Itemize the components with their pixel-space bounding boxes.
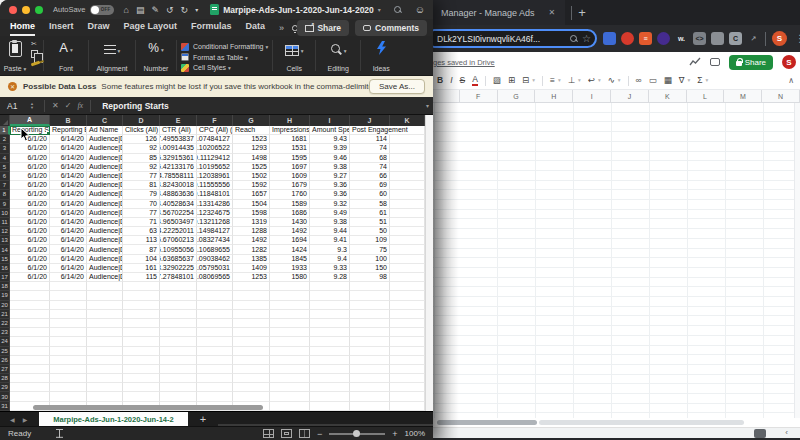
cell[interactable]: 1492 (233, 236, 270, 245)
cell[interactable]: 5.42133176 (160, 163, 197, 172)
cell[interactable]: 1657 (233, 190, 270, 199)
sheets-grid[interactable] (433, 103, 800, 418)
cell[interactable]: 9.46 (310, 154, 350, 163)
cell[interactable] (270, 282, 310, 291)
minimize-window-icon[interactable] (22, 6, 30, 14)
cell[interactable] (270, 310, 310, 319)
column-header-F[interactable]: F (197, 115, 233, 126)
cell[interactable] (390, 135, 425, 144)
cell[interactable] (87, 337, 123, 346)
extension-1-icon[interactable] (603, 32, 616, 45)
cell[interactable] (87, 310, 123, 319)
cell[interactable] (197, 282, 233, 291)
cell[interactable]: 1589 (270, 200, 310, 209)
cell[interactable]: 9.44 (310, 227, 350, 236)
extension-6-icon[interactable]: <> (693, 32, 706, 45)
cell[interactable] (197, 374, 233, 383)
cell[interactable] (87, 392, 123, 401)
cell[interactable] (123, 310, 160, 319)
cell[interactable] (197, 319, 233, 328)
cell[interactable]: 0.08069565 (197, 273, 233, 282)
cell[interactable]: Audience|DC (87, 227, 123, 236)
cell[interactable] (390, 282, 425, 291)
cell[interactable]: 9.38 (310, 218, 350, 227)
cell[interactable]: 1504 (233, 200, 270, 209)
cell[interactable]: 5.32915361 (160, 154, 197, 163)
cell[interactable]: Impressions (270, 126, 310, 135)
conditional-formatting-button[interactable]: Conditional Formatting (181, 43, 268, 51)
cell[interactable]: 6/14/20 (50, 227, 87, 236)
cell[interactable]: 66 (350, 172, 390, 181)
row-header-25[interactable]: 25 (0, 347, 10, 356)
cell[interactable] (123, 282, 160, 291)
cell[interactable]: 61 (350, 209, 390, 218)
cell[interactable] (160, 282, 197, 291)
cell[interactable]: 77 (123, 172, 160, 181)
cell[interactable] (350, 356, 390, 365)
cell[interactable]: 113 (123, 236, 160, 245)
cell[interactable] (270, 356, 310, 365)
chart-icon[interactable]: ▦ (664, 76, 672, 85)
paste-button[interactable]: Paste (0, 36, 30, 75)
cell[interactable]: 6/1/20 (10, 227, 50, 236)
cell[interactable]: 6/14/20 (50, 190, 87, 199)
cell[interactable]: 126 (123, 135, 160, 144)
cell[interactable] (87, 319, 123, 328)
cell[interactable]: 104 (123, 255, 160, 264)
row-header-7[interactable]: 7 (0, 181, 10, 190)
cell[interactable] (87, 301, 123, 310)
italic-icon[interactable]: I (450, 76, 452, 85)
cell[interactable]: Audience|DC (87, 273, 123, 282)
row-header-27[interactable]: 27 (0, 365, 10, 374)
editing-group-button[interactable]: Editing (316, 36, 360, 75)
copy-icon[interactable] (31, 50, 38, 58)
row-header-9[interactable]: 9 (0, 200, 10, 209)
cell[interactable] (310, 337, 350, 346)
feedback-smiley-icon[interactable]: ☺ (415, 4, 425, 15)
ribbon-tab-insert[interactable]: Insert (49, 19, 74, 36)
cell[interactable]: 98 (350, 273, 390, 282)
alignment-group-button[interactable]: Alignment (89, 36, 135, 75)
cell[interactable] (270, 365, 310, 374)
cell[interactable] (87, 282, 123, 291)
titlebar-search-icon[interactable] (394, 6, 402, 14)
text-color-icon[interactable]: A (472, 75, 478, 86)
explore-icon[interactable] (754, 429, 766, 438)
cell[interactable]: 6/1/20 (10, 190, 50, 199)
cell[interactable] (123, 383, 160, 392)
cell[interactable]: Audience|DC (87, 218, 123, 227)
cell[interactable] (233, 383, 270, 392)
autosave-control[interactable]: AutoSave OFF (53, 5, 114, 15)
cell[interactable]: 114 (350, 135, 390, 144)
cell[interactable]: 51 (350, 218, 390, 227)
row-header-22[interactable]: 22 (0, 319, 10, 328)
cell[interactable] (10, 328, 50, 337)
undo-icon[interactable]: ↺ (166, 5, 174, 15)
cell[interactable]: 74 (350, 144, 390, 153)
name-box-stepper[interactable]: ▲▼ (30, 102, 34, 109)
cell[interactable] (390, 245, 425, 254)
cell[interactable]: 6/1/20 (10, 264, 50, 273)
cell[interactable] (390, 255, 425, 264)
ribbon-tab-formulas[interactable]: Formulas (191, 19, 232, 36)
saved-in-drive-link[interactable]: ges saved in Drive (433, 58, 495, 67)
cell[interactable]: 77 (123, 209, 160, 218)
cell[interactable]: 58 (350, 200, 390, 209)
row-header-13[interactable]: 13 (0, 236, 10, 245)
ideas-button[interactable]: Ideas (361, 36, 401, 75)
cell[interactable]: 6/14/20 (50, 255, 87, 264)
sheets-vertical-scrollbar[interactable] (794, 103, 800, 418)
row-header-24[interactable]: 24 (0, 337, 10, 346)
cell[interactable]: CTR (All) (160, 126, 197, 135)
cell[interactable] (123, 337, 160, 346)
new-tab-button[interactable]: + (578, 5, 586, 20)
active-sheet-tab[interactable]: Marpipe-Ads-Jun-1-2020-Jun-14-2 (39, 412, 187, 426)
ribbon-tab-page-layout[interactable]: Page Layout (124, 19, 178, 36)
cell[interactable]: Reach (233, 126, 270, 135)
cell[interactable]: 1523 (233, 135, 270, 144)
cell[interactable] (197, 328, 233, 337)
cell[interactable]: 1282 (233, 245, 270, 254)
cell[interactable]: 6/14/20 (50, 245, 87, 254)
cell[interactable] (160, 319, 197, 328)
column-header-E[interactable]: E (160, 115, 197, 126)
